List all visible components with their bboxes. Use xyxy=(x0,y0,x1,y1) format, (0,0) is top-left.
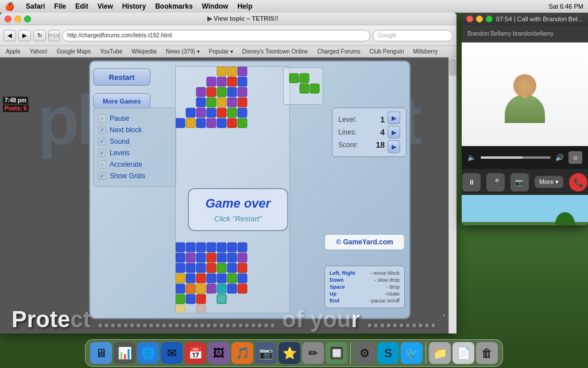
dock-iphoto[interactable]: 📷 xyxy=(255,342,277,364)
minimize-button[interactable] xyxy=(14,16,21,22)
dock-finder[interactable]: 🖥 xyxy=(90,342,112,364)
edit-menu[interactable]: Edit xyxy=(71,2,93,10)
maximize-button[interactable] xyxy=(24,16,31,22)
svg-rect-22 xyxy=(238,108,247,117)
dock-doc[interactable]: 📄 xyxy=(452,342,474,364)
address-bar[interactable]: http://chargedforums.com/tetris-t192.htm… xyxy=(62,30,370,41)
bookmark-youtube[interactable]: YouTube xyxy=(96,48,126,55)
gameyard-credit[interactable]: © GameYard.com xyxy=(324,234,405,250)
bookmark-clubpenguin[interactable]: Club Penguin xyxy=(366,48,407,55)
menu-accelerate[interactable]: ○ Accelerate xyxy=(98,159,171,170)
close-button[interactable] xyxy=(5,16,11,22)
svg-rect-32 xyxy=(196,243,206,252)
dock-itunes[interactable]: 🎵 xyxy=(231,342,253,364)
score-up-arrow[interactable]: ▶ xyxy=(388,140,400,153)
scrollbar[interactable] xyxy=(448,57,457,334)
level-up-arrow[interactable]: ▶ xyxy=(388,112,400,124)
score-panel: Level: 1 Lines: 4 Score: xyxy=(332,108,407,162)
help-menu[interactable]: Help xyxy=(233,2,257,10)
menu-showgrids[interactable]: ✓ Show Grids xyxy=(98,170,171,182)
pause-label: Pause xyxy=(110,114,129,122)
facetime-settings-btn[interactable]: ⊙ xyxy=(568,151,582,164)
svg-rect-24 xyxy=(186,118,195,128)
svg-rect-29 xyxy=(238,118,247,128)
safari-menu[interactable]: Safari xyxy=(21,2,49,10)
svg-rect-59 xyxy=(186,284,195,293)
dock-skype[interactable]: S xyxy=(377,342,399,364)
bookmark-wikipedia[interactable]: Wikipedia xyxy=(128,48,160,55)
dock-mail[interactable]: ✉ xyxy=(161,342,183,364)
svg-rect-3 xyxy=(207,77,216,86)
camera-btn[interactable]: 📷 xyxy=(510,173,529,191)
dock-syspref[interactable]: ⚙ xyxy=(354,342,376,364)
dock-safari[interactable]: 🌐 xyxy=(137,342,159,364)
forward-button[interactable]: ▶ xyxy=(18,30,31,41)
levels-checkbox[interactable]: ✓ xyxy=(98,149,106,157)
dock-aperture[interactable]: ⭐ xyxy=(278,342,300,364)
rss-button[interactable]: RSS xyxy=(48,30,60,41)
menu-levels[interactable]: ✓ Levels xyxy=(98,147,171,159)
lines-up-arrow[interactable]: ▶ xyxy=(388,126,400,139)
svg-rect-43 xyxy=(238,253,247,262)
svg-rect-23 xyxy=(176,118,185,128)
facetime-controls: 🔈 🔊 ⊙ xyxy=(462,146,588,169)
svg-rect-2 xyxy=(238,67,247,76)
file-menu[interactable]: File xyxy=(49,2,71,10)
dock-pen[interactable]: ✏ xyxy=(302,342,324,364)
back-button[interactable]: ◀ xyxy=(3,30,16,41)
moregames-button[interactable]: More Games xyxy=(93,93,150,109)
facetime-contact: Brandon Bellamy brandonbellamy xyxy=(462,25,588,43)
dock-mosaic[interactable]: 🔲 xyxy=(326,342,347,364)
dock-trash[interactable]: 🗑 xyxy=(476,342,498,364)
menu-nextblock[interactable]: ✓ Next block xyxy=(98,124,171,136)
svg-rect-51 xyxy=(176,274,185,283)
pause-checkbox[interactable]: ○ xyxy=(98,114,106,122)
view-menu[interactable]: View xyxy=(93,2,118,10)
menubar-time: Sat 6:46 PM xyxy=(548,3,583,10)
bookmarks-menu[interactable]: Bookmarks xyxy=(150,2,197,10)
bookmark-popular[interactable]: Popular ▾ xyxy=(206,48,237,55)
lines-value: 4 xyxy=(380,128,385,137)
bookmark-charged[interactable]: Charged Forums xyxy=(314,48,363,55)
svg-rect-27 xyxy=(217,118,226,128)
more-options-btn[interactable]: More ▾ xyxy=(535,176,563,188)
svg-rect-50 xyxy=(238,263,247,273)
search-bar[interactable]: Google xyxy=(373,30,453,41)
dock-finder2[interactable]: 📁 xyxy=(429,342,451,364)
dock-dashboard[interactable]: 📊 xyxy=(114,342,136,364)
pause-call-btn[interactable]: ⏸ xyxy=(462,173,481,191)
dock-ical[interactable]: 📅 xyxy=(184,342,206,364)
bookmark-toontown[interactable]: Disney's Toontown Online xyxy=(239,48,312,55)
end-call-btn[interactable]: 📞 xyxy=(569,173,587,191)
svg-rect-42 xyxy=(227,253,237,262)
restart-button[interactable]: Restart xyxy=(93,68,150,86)
facetime-minimize[interactable] xyxy=(476,16,483,22)
refresh-button[interactable]: ↻ xyxy=(33,30,46,41)
bookmark-news[interactable]: News (379) ▾ xyxy=(163,48,203,55)
svg-rect-65 xyxy=(176,294,185,304)
accelerate-checkbox[interactable]: ○ xyxy=(98,160,106,168)
facetime-maximize[interactable] xyxy=(486,16,493,22)
menu-pause[interactable]: ○ Pause xyxy=(98,113,171,124)
mic-btn[interactable]: 🎤 xyxy=(486,173,505,191)
avatar-placeholder xyxy=(502,66,548,123)
levels-label: Levels xyxy=(110,149,130,157)
dock-twitter[interactable]: 🐦 xyxy=(401,342,423,364)
dock-photos[interactable]: 🖼 xyxy=(208,342,230,364)
svg-rect-55 xyxy=(217,274,226,283)
menu-sound[interactable]: ✓ Sound xyxy=(98,136,171,147)
apple-menu[interactable]: 🍎 xyxy=(5,2,14,11)
nextblock-checkbox[interactable]: ✓ xyxy=(98,126,106,134)
facetime-close[interactable] xyxy=(466,16,473,22)
scrollbar-thumb[interactable] xyxy=(449,59,457,76)
bookmark-yahoo[interactable]: Yahoo! xyxy=(26,48,51,55)
sound-checkbox[interactable]: ✓ xyxy=(98,137,106,145)
showgrids-checkbox[interactable]: ✓ xyxy=(98,172,106,180)
window-menu[interactable]: Window xyxy=(198,2,233,10)
bookmark-millsberry[interactable]: Millsberry xyxy=(409,48,441,55)
history-menu[interactable]: History xyxy=(118,2,150,10)
bookmark-apple[interactable]: Apple xyxy=(2,48,24,55)
bookmark-googlemaps[interactable]: Google Maps xyxy=(53,48,94,55)
volume-slider[interactable] xyxy=(481,156,551,159)
control-end: End - pause on/off xyxy=(330,297,400,304)
